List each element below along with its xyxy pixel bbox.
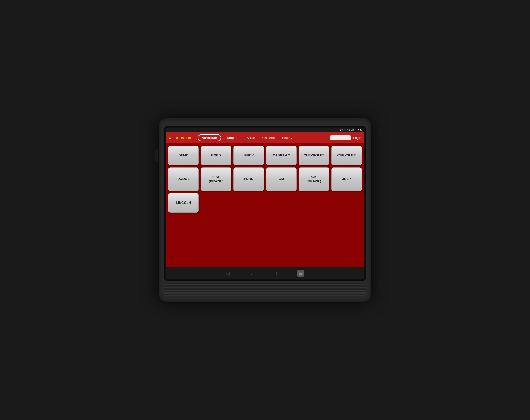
app-title: Vinscan [176, 136, 192, 140]
status-bar: ♦ ✦ ▾ □ 95% 12:06 [166, 128, 364, 132]
search-input[interactable] [330, 135, 351, 140]
brand-grid-row3: LINCOLN [168, 193, 362, 213]
login-button[interactable]: Login [353, 136, 361, 140]
brand-buick[interactable]: BUICK [233, 146, 264, 165]
brand-grid-row2: DODGE FIAT(BRAZIL) FORD GM GM(BRAZIL) JE… [168, 167, 362, 191]
tab-asian[interactable]: Asian [243, 135, 259, 141]
tab-american[interactable]: American [198, 134, 221, 141]
android-nav-bar: ◁ ○ □ ▣ [166, 267, 364, 279]
brand-chrysler[interactable]: CHRYSLER [331, 146, 362, 165]
battery-level: 95% [349, 129, 354, 131]
status-icons: ♦ ✦ ▾ □ [340, 129, 348, 131]
brand-jeep[interactable]: JEEP [331, 167, 362, 191]
brand-gm-brazil[interactable]: GM(BRAZIL) [299, 167, 329, 191]
main-content: DEMO EOBD BUICK CADILLAC CHEVROLET CHRYS… [166, 143, 364, 267]
brand-dodge[interactable]: DODGE [168, 167, 199, 191]
screen: ♦ ✦ ▾ □ 95% 12:06 ≡ Vinscan American Eur… [166, 128, 364, 279]
brand-gm[interactable]: GM [266, 167, 297, 191]
brand-cadillac[interactable]: CADILLAC [266, 146, 297, 165]
brand-demo[interactable]: DEMO [168, 146, 199, 165]
screen-bezel: ♦ ✦ ▾ □ 95% 12:06 ≡ Vinscan American Eur… [164, 126, 366, 281]
menu-icon[interactable]: ≡ [169, 135, 172, 140]
recents-icon[interactable]: □ [274, 271, 277, 276]
tab-european[interactable]: European [221, 135, 243, 141]
tab-history[interactable]: History [278, 135, 296, 141]
brand-ford[interactable]: FORD [233, 167, 264, 191]
app-header: ≡ Vinscan American European Asian Chines… [166, 132, 364, 143]
clock: 12:06 [355, 129, 362, 131]
tab-chinese[interactable]: Chinese [259, 135, 278, 141]
header-right: Login [330, 135, 361, 140]
brand-chevrolet[interactable]: CHEVROLET [299, 146, 329, 165]
home-icon[interactable]: ○ [251, 271, 253, 276]
device-stand [164, 283, 366, 296]
extra-icon[interactable]: ▣ [297, 270, 304, 277]
brand-eobd[interactable]: EOBD [201, 146, 231, 165]
brand-grid-row1: DEMO EOBD BUICK CADILLAC CHEVROLET CHRYS… [168, 146, 362, 165]
nav-tabs: American European Asian Chinese History [198, 134, 326, 141]
brand-lincoln[interactable]: LINCOLN [168, 193, 199, 213]
brand-fiat-brazil[interactable]: FIAT(BRAZIL) [201, 167, 231, 191]
device-outer: ♦ ✦ ▾ □ 95% 12:06 ≡ Vinscan American Eur… [159, 118, 371, 302]
back-icon[interactable]: ◁ [226, 271, 230, 276]
